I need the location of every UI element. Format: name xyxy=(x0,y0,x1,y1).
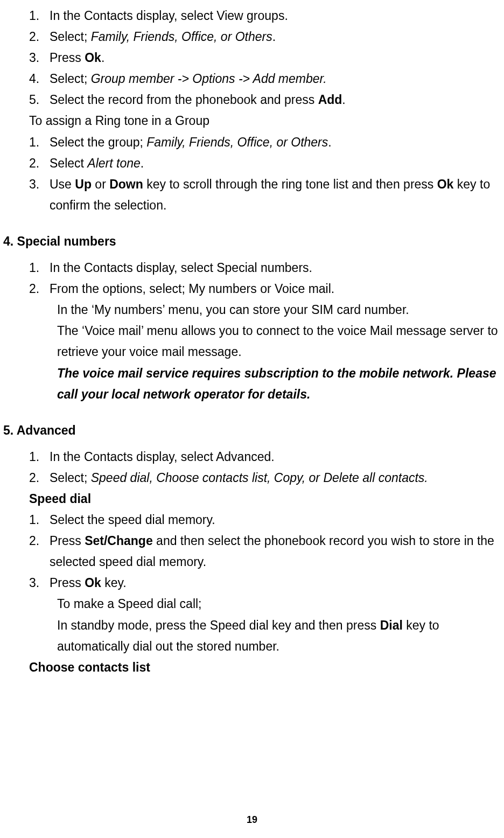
list-text: Select; Speed dial, Choose contacts list… xyxy=(50,467,499,488)
list-number: 4. xyxy=(29,68,44,89)
groups-step-2: 2. Select; Family, Friends, Office, or O… xyxy=(0,26,504,47)
subheading-choose-contacts-list: Choose contacts list xyxy=(0,657,504,678)
speeddial-step-2: 2. Press Set/Change and then select the … xyxy=(0,530,504,572)
text-bold: Ok xyxy=(437,177,454,191)
list-text: Select the record from the phonebook and… xyxy=(50,89,499,110)
list-text: Press Set/Change and then select the pho… xyxy=(50,530,499,572)
text-bold: Dial xyxy=(380,618,403,632)
text: key. xyxy=(101,576,127,590)
paragraph: In the ‘My numbers’ menu, you can store … xyxy=(0,299,504,320)
list-text: Select; Group member -> Options -> Add m… xyxy=(50,68,499,89)
subheading-speed-dial: Speed dial xyxy=(0,488,504,509)
speeddial-step-1: 1. Select the speed dial memory. xyxy=(0,509,504,530)
paragraph-emphasis: The voice mail service requires subscrip… xyxy=(0,363,504,405)
text: key to scroll through the ring tone list… xyxy=(143,177,437,191)
text: . xyxy=(272,30,276,44)
list-number: 2. xyxy=(29,467,44,488)
special-step-1: 1. In the Contacts display, select Speci… xyxy=(0,257,504,278)
special-step-2: 2. From the options, select; My numbers … xyxy=(0,278,504,299)
heading-special-numbers: 4. Special numbers xyxy=(0,231,504,252)
text: Select the record from the phonebook and… xyxy=(50,93,318,107)
ring-step-3: 3. Use Up or Down key to scroll through … xyxy=(0,174,504,216)
text: Select; xyxy=(50,30,91,44)
text-bold: Down xyxy=(109,177,143,191)
list-text: Use Up or Down key to scroll through the… xyxy=(50,174,499,216)
text: Press xyxy=(50,576,85,590)
text-bold: Up xyxy=(75,177,92,191)
list-number: 1. xyxy=(29,5,44,26)
list-text: In the Contacts display, select View gro… xyxy=(50,5,499,26)
manual-page: 1. In the Contacts display, select View … xyxy=(0,0,504,838)
groups-step-5: 5. Select the record from the phonebook … xyxy=(0,89,504,110)
list-number: 3. xyxy=(29,47,44,68)
list-number: 2. xyxy=(29,26,44,47)
list-text: In the Contacts display, select Special … xyxy=(50,257,499,278)
page-number: 19 xyxy=(0,812,504,828)
text: In standby mode, press the Speed dial ke… xyxy=(57,618,380,632)
paragraph: The ‘Voice mail’ menu allows you to conn… xyxy=(0,320,504,362)
text-bold: Ok xyxy=(85,51,101,65)
groups-step-3: 3. Press Ok. xyxy=(0,47,504,68)
ring-tone-title: To assign a Ring tone in a Group xyxy=(0,110,504,131)
list-text: From the options, select; My numbers or … xyxy=(50,278,499,299)
paragraph: To make a Speed dial call; xyxy=(0,593,504,614)
text: Select; xyxy=(50,471,91,485)
text: . xyxy=(141,156,144,170)
list-number: 2. xyxy=(29,153,44,174)
text-bold: Add xyxy=(318,93,342,107)
speeddial-step-3: 3. Press Ok key. xyxy=(0,572,504,593)
list-number: 2. xyxy=(29,278,44,299)
list-number: 1. xyxy=(29,446,44,467)
list-number: 1. xyxy=(29,509,44,530)
list-text: Select the speed dial memory. xyxy=(50,509,499,530)
text-italic: Family, Friends, Office, or Others xyxy=(146,135,328,149)
advanced-step-1: 1. In the Contacts display, select Advan… xyxy=(0,446,504,467)
list-number: 1. xyxy=(29,132,44,153)
list-text: In the Contacts display, select Advanced… xyxy=(50,446,499,467)
list-text: Press Ok. xyxy=(50,47,499,68)
text: . xyxy=(342,93,345,107)
text-italic: Speed dial, Choose contacts list, Copy, … xyxy=(91,471,428,485)
text: Select; xyxy=(50,72,91,86)
text-bold: Ok xyxy=(85,576,101,590)
list-number: 3. xyxy=(29,572,44,593)
list-text: Select the group; Family, Friends, Offic… xyxy=(50,132,499,153)
list-number: 2. xyxy=(29,530,44,572)
text-italic: Alert tone xyxy=(87,156,140,170)
groups-step-4: 4. Select; Group member -> Options -> Ad… xyxy=(0,68,504,89)
text: Select xyxy=(50,156,87,170)
text-italic: Family, Friends, Office, or Others xyxy=(91,30,272,44)
list-text: Select Alert tone. xyxy=(50,153,499,174)
text: Press xyxy=(50,534,85,548)
text-italic: Group member -> Options -> Add member. xyxy=(91,72,327,86)
text: . xyxy=(101,51,104,65)
text: Press xyxy=(50,51,85,65)
list-number: 3. xyxy=(29,174,44,216)
paragraph: In standby mode, press the Speed dial ke… xyxy=(0,615,504,657)
text: Select the group; xyxy=(50,135,146,149)
list-text: Press Ok key. xyxy=(50,572,499,593)
heading-advanced: 5. Advanced xyxy=(0,420,504,441)
text-bold: Set/Change xyxy=(85,534,153,548)
text: or xyxy=(92,177,109,191)
ring-step-2: 2. Select Alert tone. xyxy=(0,153,504,174)
advanced-step-2: 2. Select; Speed dial, Choose contacts l… xyxy=(0,467,504,488)
list-number: 1. xyxy=(29,257,44,278)
list-text: Select; Family, Friends, Office, or Othe… xyxy=(50,26,499,47)
groups-step-1: 1. In the Contacts display, select View … xyxy=(0,5,504,26)
text: . xyxy=(328,135,331,149)
ring-step-1: 1. Select the group; Family, Friends, Of… xyxy=(0,132,504,153)
list-number: 5. xyxy=(29,89,44,110)
text: Use xyxy=(50,177,75,191)
